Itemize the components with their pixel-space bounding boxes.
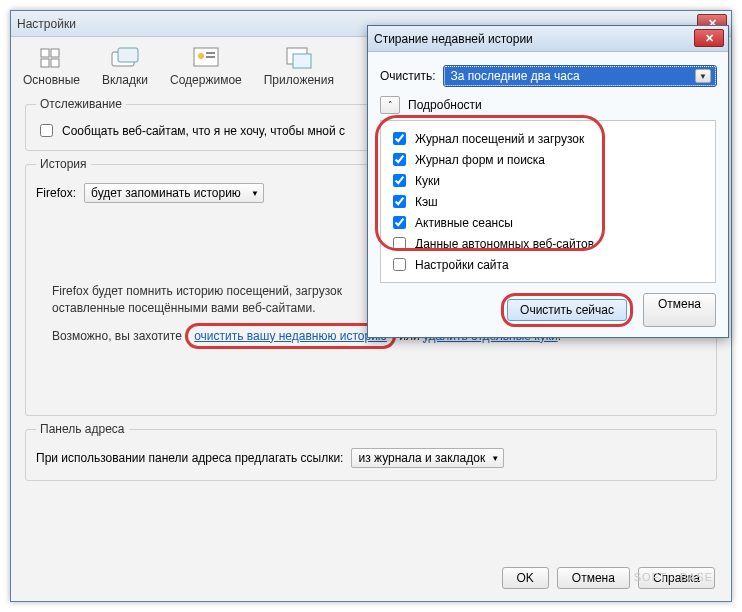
content-icon	[190, 45, 222, 71]
chevron-down-icon: ▼	[251, 189, 259, 198]
dialog-body: Очистить: За последние два часа ▼ ˄ Подр…	[368, 52, 728, 337]
dialog-cancel-button[interactable]: Отмена	[643, 293, 716, 327]
tab-general[interactable]: Основные	[23, 45, 80, 87]
dialog-titlebar[interactable]: Стирание недавней истории ✕	[368, 26, 728, 52]
item-label: Настройки сайта	[415, 258, 509, 272]
addressbar-select[interactable]: из журнала и закладок ▼	[351, 448, 504, 468]
svg-rect-5	[118, 48, 138, 62]
history-mode-value: будет запоминать историю	[91, 186, 241, 200]
dialog-close-button[interactable]: ✕	[694, 29, 724, 47]
addressbar-value: из журнала и закладок	[358, 451, 485, 465]
svg-rect-0	[41, 49, 49, 57]
history-mode-select[interactable]: будет запоминать историю ▼	[84, 183, 264, 203]
list-item[interactable]: Настройки сайта	[389, 255, 707, 274]
settings-window: Настройки ✕ Основные Вкладки Содержимо	[10, 10, 732, 602]
clear-history-link[interactable]: очистить вашу недавнюю историю	[194, 329, 387, 343]
dialog-title: Стирание недавней истории	[374, 32, 533, 46]
history-maybe: Возможно, вы захотите	[52, 329, 185, 343]
history-desc-2: оставленные посещёнными вами веб-сайтами…	[52, 301, 315, 315]
addressbar-legend: Панель адреса	[36, 422, 129, 436]
svg-rect-9	[206, 56, 215, 58]
clear-label: Очистить:	[380, 69, 436, 83]
clear-now-button[interactable]: Очистить сейчас	[507, 299, 627, 321]
tab-label: Содержимое	[170, 73, 242, 87]
tab-label: Вкладки	[102, 73, 148, 87]
watermark: SOFT - BASE	[634, 571, 713, 583]
annotation-highlight: Очистить сейчас	[501, 293, 633, 327]
addressbar-group: Панель адреса При использовании панели а…	[25, 422, 717, 481]
general-icon	[35, 45, 67, 71]
ok-button[interactable]: OK	[502, 567, 549, 589]
history-legend: История	[36, 157, 91, 171]
annotation-highlight	[375, 115, 605, 251]
details-label: Подробности	[408, 98, 482, 112]
annotation-highlight: очистить вашу недавнюю историю	[185, 323, 396, 350]
svg-rect-2	[41, 59, 49, 67]
dnt-checkbox[interactable]	[40, 124, 53, 137]
tabs-icon	[109, 45, 141, 71]
chevron-down-icon: ▼	[695, 69, 711, 83]
chevron-down-icon: ▼	[491, 454, 499, 463]
item-checkbox[interactable]	[393, 258, 406, 271]
svg-rect-11	[293, 54, 311, 68]
svg-point-7	[198, 53, 204, 59]
apps-icon	[283, 45, 315, 71]
details-list: Журнал посещений и загрузок Журнал форм …	[380, 120, 716, 283]
history-desc-1: Firefox будет помнить историю посещений,…	[52, 284, 342, 298]
time-range-select[interactable]: За последние два часа ▼	[444, 66, 716, 86]
time-range-value: За последние два часа	[451, 69, 580, 83]
cancel-button[interactable]: Отмена	[557, 567, 630, 589]
tab-tabs[interactable]: Вкладки	[102, 45, 148, 87]
clear-history-dialog: Стирание недавней истории ✕ Очистить: За…	[367, 25, 729, 338]
svg-rect-8	[206, 52, 215, 54]
tab-label: Основные	[23, 73, 80, 87]
svg-rect-3	[51, 59, 59, 67]
dnt-label: Сообщать веб-сайтам, что я не хочу, чтоб…	[62, 124, 345, 138]
window-title: Настройки	[17, 17, 76, 31]
addressbar-label: При использовании панели адреса предлага…	[36, 451, 343, 465]
tab-label: Приложения	[264, 73, 334, 87]
tracking-legend: Отслеживание	[36, 97, 126, 111]
firefox-label: Firefox:	[36, 186, 76, 200]
tab-applications[interactable]: Приложения	[264, 45, 334, 87]
svg-rect-1	[51, 49, 59, 57]
details-toggle[interactable]: ˄	[380, 96, 400, 114]
tab-content[interactable]: Содержимое	[170, 45, 242, 87]
